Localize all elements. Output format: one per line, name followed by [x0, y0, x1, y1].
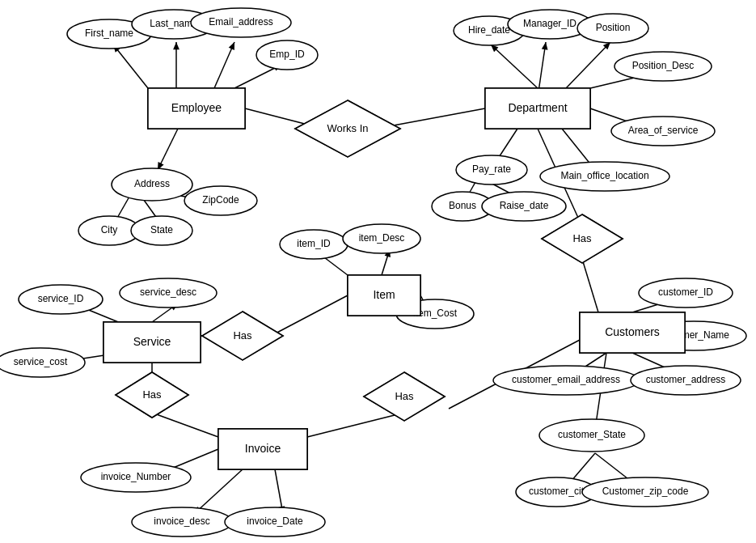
er-diagram: [0, 0, 756, 543]
